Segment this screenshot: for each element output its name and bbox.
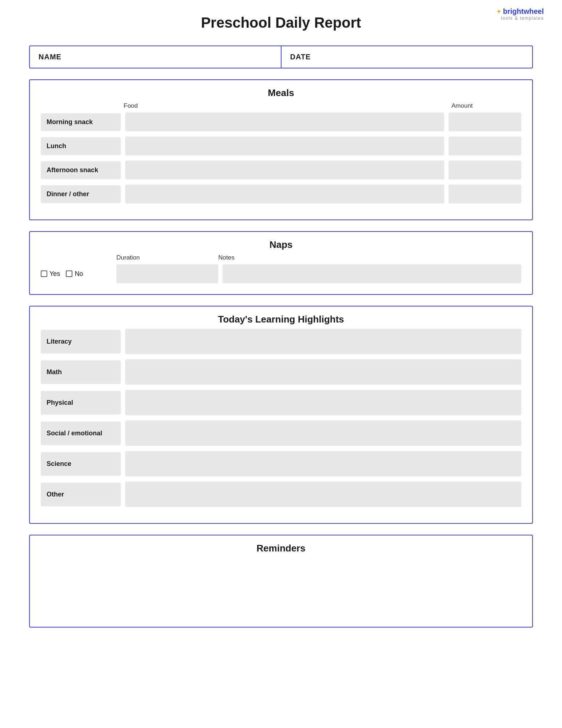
learning-row-2: Physical bbox=[41, 390, 521, 415]
learning-label-0: Literacy bbox=[41, 330, 121, 353]
meal-amount-input-2[interactable] bbox=[449, 161, 521, 179]
learning-label-1: Math bbox=[41, 360, 121, 384]
yes-checkbox[interactable] bbox=[41, 270, 47, 277]
learning-input-4[interactable] bbox=[125, 451, 521, 476]
name-date-section: NAME DATE bbox=[29, 46, 533, 68]
learning-row-5: Other bbox=[41, 482, 521, 507]
meals-title: Meals bbox=[41, 87, 521, 99]
no-checkbox-wrapper[interactable]: No bbox=[66, 270, 83, 278]
learning-section: Today's Learning Highlights Literacy Mat… bbox=[29, 306, 533, 524]
learning-input-2[interactable] bbox=[125, 390, 521, 415]
logo-area: ✦ brightwheel tools & templates bbox=[496, 7, 544, 21]
reminders-title: Reminders bbox=[41, 543, 521, 554]
meal-amount-input-3[interactable] bbox=[449, 185, 521, 203]
date-label: DATE bbox=[290, 53, 311, 61]
learning-input-5[interactable] bbox=[125, 482, 521, 507]
naps-data-row: Yes No bbox=[41, 264, 521, 283]
learning-label-4: Science bbox=[41, 452, 121, 476]
meal-label-1: Lunch bbox=[41, 137, 121, 155]
learning-input-3[interactable] bbox=[125, 420, 521, 446]
meal-row-0: Morning snack bbox=[41, 112, 521, 131]
naps-notes-header: Notes bbox=[215, 254, 521, 261]
learning-row-4: Science bbox=[41, 451, 521, 476]
learning-row-0: Literacy bbox=[41, 329, 521, 354]
naps-duration-input[interactable] bbox=[116, 264, 218, 283]
yes-checkbox-wrapper[interactable]: Yes bbox=[41, 270, 60, 278]
name-label: NAME bbox=[39, 53, 61, 61]
meal-row-2: Afternoon snack bbox=[41, 161, 521, 179]
no-label: No bbox=[75, 270, 83, 278]
logo-tagline: tools & templates bbox=[501, 16, 544, 21]
meal-food-input-3[interactable] bbox=[125, 185, 444, 203]
meal-amount-input-1[interactable] bbox=[449, 136, 521, 155]
meal-food-input-0[interactable] bbox=[125, 112, 444, 131]
logo-star-icon: ✦ bbox=[496, 8, 502, 16]
learning-label-5: Other bbox=[41, 483, 121, 506]
naps-header-row: Duration Notes bbox=[41, 254, 521, 261]
learning-row-3: Social / emotional bbox=[41, 420, 521, 446]
date-field: DATE bbox=[282, 46, 533, 68]
learning-input-1[interactable] bbox=[125, 359, 521, 385]
learning-title: Today's Learning Highlights bbox=[41, 314, 521, 325]
learning-row-1: Math bbox=[41, 359, 521, 385]
meal-label-3: Dinner / other bbox=[41, 185, 121, 203]
learning-input-0[interactable] bbox=[125, 329, 521, 354]
naps-notes-input[interactable] bbox=[223, 264, 521, 283]
meals-rows: Morning snack Lunch Afternoon snack Dinn… bbox=[41, 112, 521, 203]
meal-row-3: Dinner / other bbox=[41, 185, 521, 203]
meal-label-2: Afternoon snack bbox=[41, 161, 121, 179]
meal-amount-input-0[interactable] bbox=[449, 112, 521, 131]
meals-food-header: Food bbox=[121, 102, 449, 110]
meals-header: Food Amount bbox=[41, 102, 521, 110]
logo-brand-name: brightwheel bbox=[503, 7, 544, 16]
page-title: Preschool Daily Report bbox=[29, 15, 533, 31]
name-field: NAME bbox=[30, 46, 282, 68]
meals-amount-header: Amount bbox=[449, 102, 521, 110]
no-checkbox[interactable] bbox=[66, 270, 72, 277]
reminders-body[interactable] bbox=[41, 558, 521, 616]
learning-label-3: Social / emotional bbox=[41, 422, 121, 445]
meal-label-0: Morning snack bbox=[41, 113, 121, 131]
meal-row-1: Lunch bbox=[41, 136, 521, 155]
reminders-section: Reminders bbox=[29, 535, 533, 628]
meals-section: Meals Food Amount Morning snack Lunch Af… bbox=[29, 79, 533, 220]
learning-label-2: Physical bbox=[41, 391, 121, 415]
naps-section: Naps Duration Notes Yes No bbox=[29, 231, 533, 295]
yes-label: Yes bbox=[49, 270, 60, 278]
learning-rows: Literacy Math Physical Social / emotiona… bbox=[41, 329, 521, 507]
naps-yes-no: Yes No bbox=[41, 270, 113, 278]
naps-duration-header: Duration bbox=[113, 254, 215, 261]
meal-food-input-2[interactable] bbox=[125, 161, 444, 179]
naps-title: Naps bbox=[41, 239, 521, 250]
meal-food-input-1[interactable] bbox=[125, 136, 444, 155]
